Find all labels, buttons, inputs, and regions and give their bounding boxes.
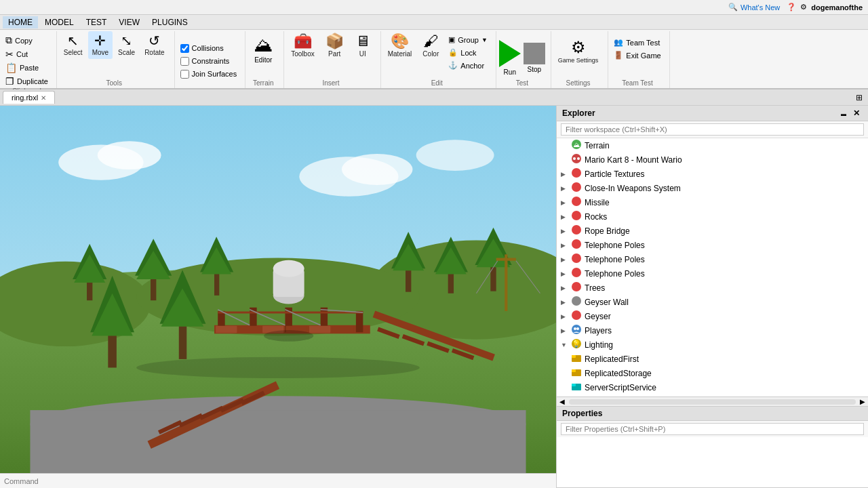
- tree-arrow-particle-textures[interactable]: ▶: [561, 171, 570, 178]
- constraints-button[interactable]: Constraints: [178, 56, 233, 67]
- group-button[interactable]: ▣ Group ▼: [446, 34, 490, 45]
- copy-icon: ⧉: [5, 35, 12, 46]
- tree-item-rope-bridge[interactable]: ▶Rope Bridge: [557, 224, 868, 238]
- explorer-close-button[interactable]: ✕: [850, 108, 863, 119]
- svg-rect-63: [332, 326, 353, 333]
- scale-button[interactable]: ⤡ Scale: [114, 31, 139, 59]
- tree-arrow-close-in-weapons[interactable]: ▶: [561, 185, 570, 192]
- tree-arrow-players[interactable]: ▶: [561, 327, 570, 334]
- select-icon: ↖: [67, 34, 79, 47]
- menu-test[interactable]: TEST: [81, 16, 113, 28]
- run-button[interactable]: Run: [499, 40, 521, 76]
- ribbon: ⧉ Copy ✂ Cut 📋 Paste ❐ Duplicate Clipboa…: [0, 30, 868, 89]
- svg-point-80: [572, 182, 581, 192]
- select-button[interactable]: ↖ Select: [60, 31, 87, 59]
- hscroll-right-button[interactable]: ▶: [857, 398, 868, 405]
- join-surfaces-checkbox[interactable]: [180, 70, 189, 79]
- tree-icon-close-in-weapons: [570, 182, 583, 195]
- explorer-header: Explorer 🗕 ✕: [557, 106, 868, 121]
- menu-plugins[interactable]: PLUGINS: [146, 16, 193, 28]
- terrain-editor-button[interactable]: ⛰ Editor: [248, 31, 278, 66]
- tree-arrow-trees[interactable]: ▶: [561, 285, 570, 291]
- tree-item-replicated-first[interactable]: ReplicatedFirst: [557, 352, 868, 366]
- tree-item-replicated-storage[interactable]: ReplicatedStorage: [557, 366, 868, 380]
- game-settings-button[interactable]: ⚙ Game Settings: [554, 37, 603, 66]
- tree-icon-replicated-storage: [570, 367, 583, 380]
- hscroll-left-button[interactable]: ◀: [557, 398, 568, 405]
- viewport: [0, 106, 556, 488]
- cut-button[interactable]: ✂ Cut: [3, 48, 51, 60]
- team-test-button[interactable]: 👥 Team Test: [611, 37, 663, 48]
- explorer-minimize-button[interactable]: 🗕: [837, 108, 850, 119]
- tree-item-telephone-poles-1[interactable]: ▶Telephone Poles: [557, 238, 868, 252]
- collapse-viewport-button[interactable]: ⊞: [853, 92, 865, 104]
- tree-arrow-telephone-poles-1[interactable]: ▶: [561, 242, 570, 249]
- properties-filter: [557, 421, 868, 437]
- constraints-checkbox[interactable]: [180, 57, 189, 66]
- ui-button[interactable]: 🖥 UI: [351, 31, 375, 60]
- collisions-checkbox[interactable]: [180, 44, 189, 53]
- collisions-button[interactable]: Collisions: [178, 43, 226, 54]
- tree-arrow-rocks[interactable]: ▶: [561, 214, 570, 220]
- rotate-button[interactable]: ↺ Rotate: [140, 31, 168, 59]
- lock-icon: 🔒: [448, 48, 458, 57]
- explorer-hscroll[interactable]: ◀ ▶: [557, 396, 868, 406]
- tree-arrow-geyser[interactable]: ▶: [561, 313, 570, 320]
- help-icon[interactable]: ❓: [787, 3, 796, 12]
- group-dropdown-icon[interactable]: ▼: [481, 37, 488, 43]
- tree-item-mariokart[interactable]: Mario Kart 8 - Mount Wario: [557, 152, 868, 167]
- exit-game-button[interactable]: 🚪 Exit Game: [611, 49, 663, 61]
- menu-view[interactable]: VIEW: [113, 16, 145, 28]
- ui-icon: 🖥: [355, 34, 370, 49]
- tree-arrow-geyser-wall[interactable]: ▶: [561, 299, 570, 306]
- part-button[interactable]: 📦 Part: [321, 31, 348, 60]
- menu-model[interactable]: MODEL: [39, 16, 79, 28]
- tree-item-geyser[interactable]: ▶Geyser: [557, 309, 868, 323]
- color-button[interactable]: 🖌 Color: [418, 31, 443, 60]
- lock-button[interactable]: 🔒 Lock: [446, 47, 490, 58]
- tree-item-server-script[interactable]: ServerScriptService: [557, 380, 868, 394]
- tree-item-telephone-poles-3[interactable]: ▶Telephone Poles: [557, 266, 868, 281]
- file-tab[interactable]: ring.rbxl ✕: [3, 91, 55, 104]
- explorer-filter-input[interactable]: [561, 123, 864, 136]
- team-test-label: Team Test: [611, 79, 663, 88]
- settings-icon[interactable]: ⚙: [800, 3, 807, 12]
- move-button[interactable]: ✛ Move: [88, 31, 113, 59]
- tree-item-telephone-poles-2[interactable]: ▶Telephone Poles: [557, 252, 868, 266]
- svg-text:⛰: ⛰: [573, 141, 580, 148]
- tree-label-mariokart: Mario Kart 8 - Mount Wario: [585, 155, 865, 165]
- tree-arrow-rope-bridge[interactable]: ▶: [561, 228, 570, 235]
- explorer-tree[interactable]: ⛰TerrainMario Kart 8 - Mount Wario▶Parti…: [557, 138, 868, 396]
- tree-item-players[interactable]: ▶Players: [557, 323, 868, 338]
- tree-item-terrain[interactable]: ⛰Terrain: [557, 138, 868, 152]
- join-surfaces-button[interactable]: Join Surfaces: [178, 68, 240, 80]
- tree-arrow-lighting[interactable]: ▼: [561, 342, 570, 348]
- properties-filter-input[interactable]: [561, 423, 864, 435]
- tree-icon-missile: [570, 196, 583, 209]
- svg-point-91: [574, 327, 576, 330]
- scale-icon: ⤡: [121, 34, 132, 47]
- tree-item-geyser-wall[interactable]: ▶Geyser Wall: [557, 295, 868, 309]
- cut-icon: ✂: [5, 49, 14, 60]
- stop-button[interactable]: Stop: [524, 43, 545, 73]
- tab-close-button[interactable]: ✕: [41, 94, 46, 102]
- whats-new-label[interactable]: What's New: [741, 3, 780, 12]
- tree-item-rocks[interactable]: ▶Rocks: [557, 209, 868, 224]
- copy-button[interactable]: ⧉ Copy: [3, 34, 51, 47]
- menu-home[interactable]: HOME: [3, 16, 38, 28]
- material-button[interactable]: 🎨 Material: [384, 31, 416, 60]
- tree-item-lighting[interactable]: ▼💡Lighting: [557, 338, 868, 352]
- anchor-icon: ⚓: [448, 61, 458, 70]
- command-input[interactable]: [4, 477, 552, 485]
- tree-item-particle-textures[interactable]: ▶Particle Textures: [557, 167, 868, 181]
- tree-item-missile[interactable]: ▶Missile: [557, 195, 868, 209]
- toolbox-button[interactable]: 🧰 Toolbox: [287, 31, 318, 60]
- tree-arrow-telephone-poles-3[interactable]: ▶: [561, 270, 570, 277]
- duplicate-button[interactable]: ❐ Duplicate: [3, 75, 51, 87]
- tree-item-close-in-weapons[interactable]: ▶Close-In Weapons System: [557, 181, 868, 195]
- tree-item-trees[interactable]: ▶Trees: [557, 281, 868, 295]
- anchor-button[interactable]: ⚓ Anchor: [446, 60, 490, 71]
- paste-button[interactable]: 📋 Paste: [3, 62, 51, 74]
- tree-arrow-telephone-poles-2[interactable]: ▶: [561, 256, 570, 263]
- tree-arrow-missile[interactable]: ▶: [561, 199, 570, 206]
